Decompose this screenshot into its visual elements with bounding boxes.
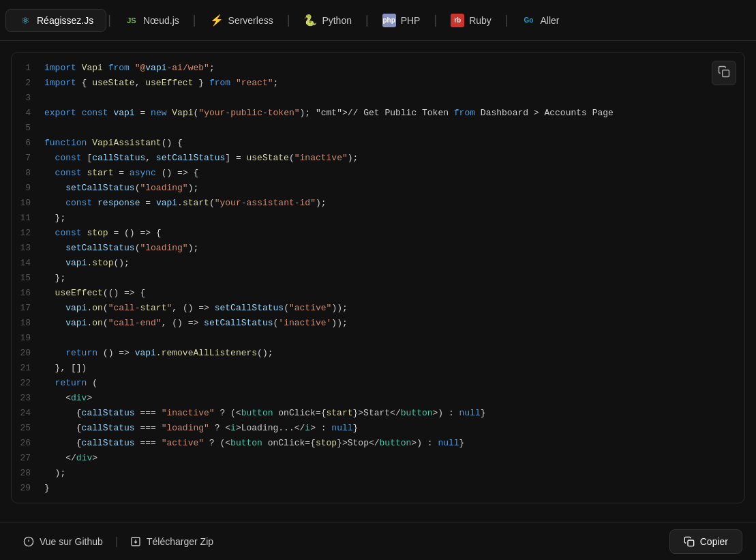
line-content: vapi.stop(); xyxy=(44,256,744,271)
line-content: }; xyxy=(44,271,744,286)
table-row: 6function VapiAssistant() { xyxy=(12,136,744,151)
copy-button[interactable]: Copier xyxy=(669,529,742,554)
table-row: 14 vapi.stop(); xyxy=(12,256,744,271)
line-number: 23 xyxy=(12,391,44,406)
table-row: 1import Vapi from "@vapi-ai/web"; xyxy=(12,61,744,76)
svg-rect-0 xyxy=(723,70,729,77)
separator-4: | xyxy=(364,13,370,27)
table-row: 26 {callStatus === "active" ? (<button o… xyxy=(12,436,744,451)
line-number: 13 xyxy=(12,241,44,256)
separator-2: | xyxy=(192,13,198,27)
line-number: 9 xyxy=(12,181,44,196)
line-number: 21 xyxy=(12,361,44,376)
nav-label-react: Réagissez.Js xyxy=(37,15,93,26)
table-row: 8 const start = async () => { xyxy=(12,166,744,181)
line-content: useEffect(() => { xyxy=(44,286,744,301)
line-number: 20 xyxy=(12,346,44,361)
line-number: 7 xyxy=(12,151,44,166)
line-number: 26 xyxy=(12,436,44,451)
nav-item-serverless[interactable]: ⚡ Serverless xyxy=(198,10,286,31)
nav-item-python[interactable]: 🐍 Python xyxy=(291,10,364,31)
line-content: {callStatus === "loading" ? <i>Loading..… xyxy=(44,421,744,436)
line-content: </div> xyxy=(44,451,744,466)
line-content: const start = async () => { xyxy=(44,166,744,181)
table-row: 18 vapi.on("call-end", () => setCallStat… xyxy=(12,316,744,331)
table-row: 27 </div> xyxy=(12,451,744,466)
table-row: 20 return () => vapi.removeAllListeners(… xyxy=(12,346,744,361)
line-number: 12 xyxy=(12,226,44,241)
line-number: 25 xyxy=(12,421,44,436)
line-content: ); xyxy=(44,466,744,481)
line-content: import Vapi from "@vapi-ai/web"; xyxy=(44,61,744,76)
table-row: 5 xyxy=(12,121,744,136)
ruby-icon: rb xyxy=(451,14,464,27)
line-content: return ( xyxy=(44,376,744,391)
footer-right: Copier xyxy=(669,529,742,554)
line-number: 24 xyxy=(12,406,44,421)
github-label: Vue sur Github xyxy=(40,536,103,547)
nav-item-node[interactable]: JS Nœud.js xyxy=(112,10,192,31)
copy-icon-button[interactable] xyxy=(712,61,736,85)
nav-item-go[interactable]: Go Aller xyxy=(510,10,572,31)
svg-rect-5 xyxy=(688,540,694,546)
line-number: 5 xyxy=(12,121,44,136)
nav-label-node: Nœud.js xyxy=(143,15,179,26)
line-content: setCallStatus("loading"); xyxy=(44,181,744,196)
line-number: 1 xyxy=(12,61,44,76)
download-icon xyxy=(130,536,141,547)
footer-separator: | xyxy=(115,535,118,548)
table-row: 15 }; xyxy=(12,271,744,286)
table-row: 28 ); xyxy=(12,466,744,481)
line-content: function VapiAssistant() { xyxy=(44,136,744,151)
line-content: const response = vapi.start("your-assist… xyxy=(44,196,744,211)
line-content: export const vapi = new Vapi("your-publi… xyxy=(44,106,744,121)
nav-item-php[interactable]: php PHP xyxy=(370,10,433,31)
line-number: 27 xyxy=(12,451,44,466)
php-icon: php xyxy=(382,14,396,27)
line-number: 10 xyxy=(12,196,44,211)
table-row: 9 setCallStatus("loading"); xyxy=(12,181,744,196)
download-button[interactable]: Télécharger Zip xyxy=(121,531,223,552)
separator-6: | xyxy=(504,13,510,27)
line-content: import { useState, useEffect } from "rea… xyxy=(44,76,744,91)
line-number: 17 xyxy=(12,301,44,316)
node-icon: JS xyxy=(125,14,138,27)
react-icon: ⚛ xyxy=(18,14,32,27)
nav-label-ruby: Ruby xyxy=(469,15,492,26)
line-content: {callStatus === "active" ? (<button onCl… xyxy=(44,436,744,451)
github-button[interactable]: Vue sur Github xyxy=(14,531,112,552)
table-row: 19 xyxy=(12,331,744,346)
table-row: 16 useEffect(() => { xyxy=(12,286,744,301)
line-number: 16 xyxy=(12,286,44,301)
line-number: 2 xyxy=(12,76,44,91)
separator-3: | xyxy=(286,13,292,27)
line-number: 6 xyxy=(12,136,44,151)
copy-icon xyxy=(684,536,695,547)
table-row: 10 const response = vapi.start("your-ass… xyxy=(12,196,744,211)
line-content: const stop = () => { xyxy=(44,226,744,241)
nav-label-python: Python xyxy=(322,15,352,26)
table-row: 11 }; xyxy=(12,211,744,226)
separator-5: | xyxy=(432,13,438,27)
line-number: 29 xyxy=(12,481,44,496)
code-container: 1import Vapi from "@vapi-ai/web";2import… xyxy=(11,52,745,503)
table-row: 13 setCallStatus("loading"); xyxy=(12,241,744,256)
line-content: vapi.on("call-end", () => setCallStatus(… xyxy=(44,316,744,331)
separator-1: | xyxy=(106,13,112,27)
table-row: 3 xyxy=(12,91,744,106)
line-content: } xyxy=(44,481,744,496)
nav-item-react[interactable]: ⚛ Réagissez.Js xyxy=(5,9,106,32)
line-number: 15 xyxy=(12,271,44,286)
footer: Vue sur Github | Télécharger Zip Copier xyxy=(0,522,756,560)
nav-item-ruby[interactable]: rb Ruby xyxy=(438,10,504,31)
line-number: 28 xyxy=(12,466,44,481)
line-content: }, []) xyxy=(44,361,744,376)
line-number: 19 xyxy=(12,331,44,346)
line-number: 3 xyxy=(12,91,44,106)
serverless-icon: ⚡ xyxy=(210,14,224,27)
line-content: const [callStatus, setCallStatus] = useS… xyxy=(44,151,744,166)
line-number: 8 xyxy=(12,166,44,181)
nav-label-go: Aller xyxy=(541,15,560,26)
line-number: 11 xyxy=(12,211,44,226)
python-icon: 🐍 xyxy=(303,14,317,27)
